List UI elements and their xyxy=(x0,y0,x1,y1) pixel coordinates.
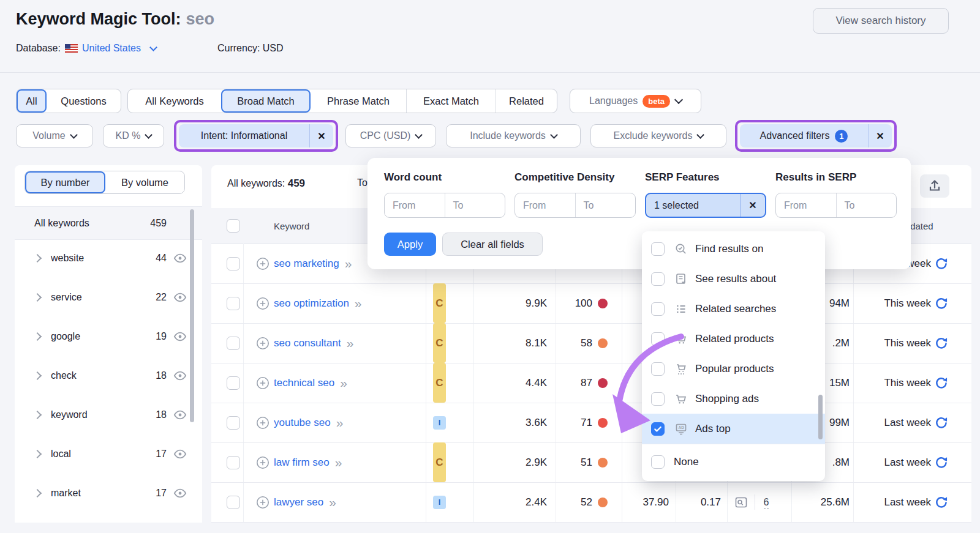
eye-icon[interactable] xyxy=(173,371,187,381)
tab-broad-match[interactable]: Broad Match xyxy=(221,89,311,113)
row-checkbox[interactable] xyxy=(227,456,240,469)
tab-exact-match[interactable]: Exact Match xyxy=(406,89,496,113)
group-row-service[interactable]: service 22 xyxy=(15,278,202,317)
group-row-check[interactable]: check 18 xyxy=(15,356,202,395)
expand-keyword-icon[interactable]: » xyxy=(340,376,347,390)
intent-filter-close-icon[interactable]: ✕ xyxy=(309,124,333,147)
row-checkbox[interactable] xyxy=(227,297,240,310)
row-checkbox[interactable] xyxy=(227,496,240,509)
eye-icon[interactable] xyxy=(173,449,187,459)
serp-features-count[interactable]: 6 xyxy=(764,496,769,509)
competitive-density-to-input[interactable] xyxy=(575,193,635,217)
option-checkbox[interactable] xyxy=(651,422,665,436)
view-search-history-button[interactable]: View search history xyxy=(813,8,949,34)
refresh-icon[interactable] xyxy=(935,403,948,442)
tab-all-keywords[interactable]: All Keywords xyxy=(128,89,221,113)
keyword-link[interactable]: lawyer seo xyxy=(274,496,323,509)
option-checkbox[interactable] xyxy=(651,302,665,316)
group-row-keyword[interactable]: keyword 18 xyxy=(15,395,202,434)
eye-icon[interactable] xyxy=(173,332,187,341)
option-checkbox[interactable] xyxy=(651,392,665,406)
keyword-link[interactable]: technical seo xyxy=(274,377,334,389)
eye-icon[interactable] xyxy=(173,410,187,420)
include-keywords-filter[interactable]: Include keywords xyxy=(446,124,581,147)
dropdown-scrollbar[interactable] xyxy=(818,395,823,439)
word-count-from-input[interactable] xyxy=(385,193,445,217)
advanced-filters-close-icon[interactable]: ✕ xyxy=(868,124,892,147)
database-selector[interactable]: United States xyxy=(82,43,141,54)
tab-by-volume[interactable]: By volume xyxy=(105,171,184,193)
expand-keyword-icon[interactable]: » xyxy=(335,455,342,470)
table-row[interactable]: youtube seo» I 3.6K 71 99M Last week xyxy=(211,403,971,443)
keyword-link[interactable]: law firm seo xyxy=(274,457,330,469)
refresh-icon[interactable] xyxy=(935,482,948,522)
eye-icon[interactable] xyxy=(173,293,187,302)
tab-questions[interactable]: Questions xyxy=(47,89,121,113)
serp-option-none[interactable]: None xyxy=(642,447,825,477)
keyword-link[interactable]: seo optimization xyxy=(274,297,349,310)
serp-option-popular-products[interactable]: Popular products xyxy=(642,354,825,384)
tab-all[interactable]: All xyxy=(17,89,47,113)
expand-keyword-icon[interactable]: » xyxy=(347,336,354,351)
refresh-icon[interactable] xyxy=(935,283,948,323)
eye-icon[interactable] xyxy=(173,488,187,498)
table-row[interactable]: law firm seo» IC 2.9K 51 .8M Last week xyxy=(211,442,971,483)
results-in-serp-to-input[interactable] xyxy=(836,193,896,217)
serp-option-ads-top[interactable]: AD Ads top xyxy=(642,414,825,444)
refresh-icon[interactable] xyxy=(935,244,948,283)
export-button[interactable] xyxy=(920,174,949,198)
add-keyword-icon[interactable] xyxy=(256,244,270,283)
word-count-to-input[interactable] xyxy=(445,193,505,217)
option-checkbox[interactable] xyxy=(651,242,665,256)
tab-related[interactable]: Related xyxy=(496,89,557,113)
keyword-link[interactable]: seo marketing xyxy=(274,258,339,270)
results-in-serp-from-input[interactable] xyxy=(776,193,836,217)
serp-option-related-searches[interactable]: Related searches xyxy=(642,294,825,324)
serp-features-clear-icon[interactable]: ✕ xyxy=(740,194,765,217)
expand-keyword-icon[interactable]: » xyxy=(355,296,362,311)
add-keyword-icon[interactable] xyxy=(256,363,270,403)
advanced-filters-active[interactable]: Advanced filters1 ✕ xyxy=(740,124,892,147)
add-keyword-icon[interactable] xyxy=(256,442,270,482)
add-keyword-icon[interactable] xyxy=(256,482,270,522)
keyword-link[interactable]: seo consultant xyxy=(274,337,341,349)
keyword-link[interactable]: youtube seo xyxy=(274,417,331,429)
exclude-keywords-filter[interactable]: Exclude keywords xyxy=(590,124,726,147)
group-row-google[interactable]: google 19 xyxy=(15,317,202,356)
option-checkbox[interactable] xyxy=(651,272,665,286)
serp-option-related-products[interactable]: Related products xyxy=(642,324,825,354)
group-row-local[interactable]: local 17 xyxy=(15,434,202,474)
refresh-icon[interactable] xyxy=(935,363,948,403)
intent-filter-active[interactable]: Intent: Informational ✕ xyxy=(179,124,333,147)
row-checkbox[interactable] xyxy=(227,337,240,350)
chevron-down-icon[interactable] xyxy=(149,43,157,51)
serp-preview-icon[interactable] xyxy=(733,482,749,522)
tab-phrase-match[interactable]: Phrase Match xyxy=(311,89,406,113)
row-checkbox[interactable] xyxy=(227,376,240,390)
expand-keyword-icon[interactable]: » xyxy=(336,416,344,430)
table-row[interactable]: seo consultant» IC 8.1K 58 .2M This week xyxy=(211,323,971,363)
cpc-filter[interactable]: CPC (USD) xyxy=(345,124,436,147)
group-row-market[interactable]: market 17 xyxy=(15,474,202,513)
serp-option-see-results-about[interactable]: See results about xyxy=(642,264,825,294)
tab-by-number[interactable]: By number xyxy=(25,171,105,193)
volume-filter[interactable]: Volume xyxy=(16,124,93,147)
add-keyword-icon[interactable] xyxy=(256,283,270,323)
add-keyword-icon[interactable] xyxy=(256,323,270,363)
expand-keyword-icon[interactable]: » xyxy=(345,256,352,271)
row-checkbox[interactable] xyxy=(227,416,240,430)
clear-all-fields-button[interactable]: Clear all fields xyxy=(442,233,543,256)
option-checkbox[interactable] xyxy=(651,332,665,346)
apply-button[interactable]: Apply xyxy=(384,233,436,256)
expand-keyword-icon[interactable]: » xyxy=(329,495,336,510)
kd-filter[interactable]: KD % xyxy=(103,124,164,147)
add-keyword-icon[interactable] xyxy=(256,403,270,442)
option-checkbox[interactable] xyxy=(651,362,665,376)
competitive-density-from-input[interactable] xyxy=(515,193,575,217)
languages-dropdown[interactable]: Languages beta xyxy=(570,89,701,113)
table-row[interactable]: lawyer seo» I 2.4K 52 37.90 0.17 6 25.6M… xyxy=(211,482,971,523)
refresh-icon[interactable] xyxy=(935,442,948,482)
option-checkbox[interactable] xyxy=(651,455,665,469)
sidebar-scrollbar[interactable] xyxy=(190,209,194,422)
row-checkbox[interactable] xyxy=(227,257,240,270)
